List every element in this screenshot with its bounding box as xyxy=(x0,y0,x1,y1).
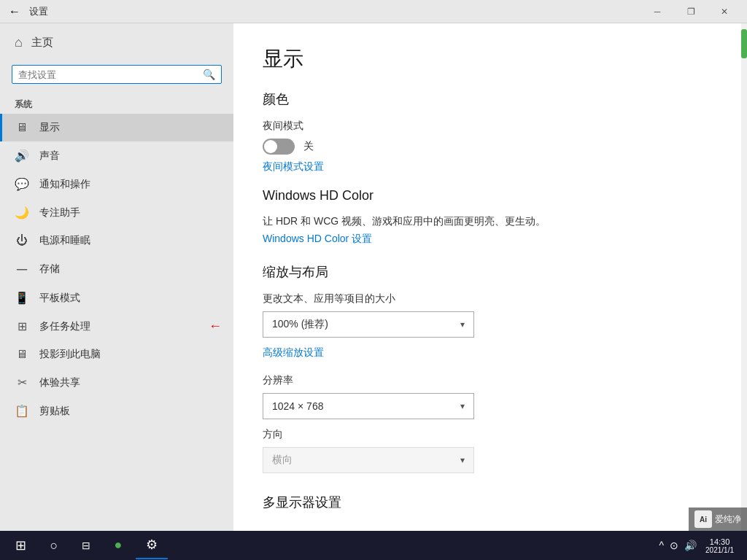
taskbar-app-1[interactable]: ● xyxy=(102,532,134,559)
task-view-icon: ⊟ xyxy=(82,540,90,551)
display-label: 显示 xyxy=(39,121,60,134)
orientation-value: 横向 xyxy=(272,454,293,467)
display-icon: 🖥 xyxy=(15,121,29,134)
hd-color-desc: 让 HDR 和 WCG 视频、游戏和应用中的画面更明亮、更生动。 xyxy=(263,215,718,228)
tray-up-icon[interactable]: ^ xyxy=(657,538,665,553)
focus-label: 专注助手 xyxy=(39,206,80,219)
taskbar: ⊞ ○ ⊟ ● ⚙ ^ ⊙ 🔊 14:30 2021/1/1 xyxy=(0,531,747,560)
sidebar-item-clipboard[interactable]: 📋 剪贴板 xyxy=(0,397,233,425)
sidebar-item-storage[interactable]: ─ 存储 xyxy=(0,254,233,284)
system-tray: ^ ⊙ 🔊 14:30 2021/1/1 xyxy=(651,537,744,554)
sidebar-item-display[interactable]: 🖥 显示 xyxy=(0,114,233,141)
share-icon: ✂ xyxy=(15,376,29,389)
notify-label: 通知和操作 xyxy=(39,178,90,191)
minimize-button[interactable]: ─ xyxy=(640,0,674,23)
power-icon: ⏻ xyxy=(15,234,29,247)
resolution-chevron-icon: ▾ xyxy=(460,401,465,411)
app-container: ⌂ 主页 🔍 系统 🖥 显示 🔊 声音 💬 通知和操作 🌙 专注助手 ⏻ xyxy=(0,23,747,531)
resolution-label: 分辨率 xyxy=(263,374,718,387)
resolution-dropdown[interactable]: 747 × 560 ▾ xyxy=(263,393,474,419)
close-button[interactable]: ✕ xyxy=(708,0,741,23)
scale-dropdown[interactable]: 100% (推荐) ▾ xyxy=(263,311,474,338)
back-button[interactable]: ← xyxy=(6,3,23,20)
sidebar-item-share[interactable]: ✂ 体验共享 xyxy=(0,368,233,397)
scrollbar-thumb[interactable] xyxy=(741,29,747,58)
main-content: 显示 颜色 夜间模式 关 夜间模式设置 Windows HD Color 让 H… xyxy=(233,23,747,531)
storage-label: 存储 xyxy=(39,262,60,276)
windows-icon: ⊞ xyxy=(15,537,26,553)
page-title: 显示 xyxy=(263,45,718,73)
power-label: 电源和睡眠 xyxy=(39,234,90,247)
sidebar-item-focus[interactable]: 🌙 专注助手 xyxy=(0,198,233,227)
project-label: 投影到此电脑 xyxy=(39,348,101,361)
home-icon: ⌂ xyxy=(15,35,23,50)
settings-icon: ⚙ xyxy=(146,537,158,553)
sidebar-item-tablet[interactable]: 📱 平板模式 xyxy=(0,284,233,312)
storage-icon: ─ xyxy=(15,262,29,276)
task-view-button[interactable]: ⊟ xyxy=(70,531,102,560)
titlebar-left: ← 设置 xyxy=(6,3,48,20)
window-controls: ─ ❐ ✕ xyxy=(640,0,741,23)
sound-label: 声音 xyxy=(39,149,60,163)
arrow-indicator: ← xyxy=(209,319,222,334)
scale-label: 更改文本、应用等项目的大小 xyxy=(263,292,718,306)
orientation-dropdown: 横向 ▾ xyxy=(263,447,474,473)
sidebar-home[interactable]: ⌂ 主页 xyxy=(0,23,233,62)
sidebar-item-sound[interactable]: 🔊 声音 xyxy=(0,141,233,170)
restore-button[interactable]: ❐ xyxy=(674,0,708,23)
search-icon: 🔍 xyxy=(203,69,215,80)
multitask-icon: ⊞ xyxy=(15,319,29,333)
notify-icon: 💬 xyxy=(15,177,29,191)
scale-dropdown-wrapper: 100% (推荐) ▾ xyxy=(263,311,718,338)
tray-network-icon[interactable]: ⊙ xyxy=(668,538,680,553)
clipboard-label: 剪贴板 xyxy=(39,405,70,418)
night-mode-toggle[interactable] xyxy=(263,139,295,155)
taskbar-app-settings[interactable]: ⚙ xyxy=(136,532,168,559)
hd-color-section: Windows HD Color 让 HDR 和 WCG 视频、游戏和应用中的画… xyxy=(263,188,718,246)
sound-icon: 🔊 xyxy=(15,149,29,163)
orientation-dropdown-wrapper: 横向 ▾ xyxy=(263,447,718,473)
scale-value: 100% (推荐) xyxy=(272,318,328,331)
sidebar-item-power[interactable]: ⏻ 电源和睡眠 xyxy=(0,227,233,254)
home-label: 主页 xyxy=(31,36,53,50)
start-button[interactable]: ⊞ xyxy=(3,531,38,560)
system-section-label: 系统 xyxy=(0,93,233,114)
tablet-icon: 📱 xyxy=(15,291,29,305)
sidebar-search-box[interactable]: 🔍 xyxy=(12,65,222,84)
multi-display-section-title: 多显示器设置 xyxy=(263,494,718,511)
resolution-value: 747 × 560 xyxy=(272,400,323,412)
orientation-chevron-icon: ▾ xyxy=(460,455,465,465)
sidebar-item-multitask[interactable]: ⊞ 多任务处理 ← xyxy=(0,312,233,341)
watermark-text: 爱纯净 xyxy=(715,513,741,526)
scale-section-title: 缩放与布局 xyxy=(263,263,718,281)
sidebar-item-notify[interactable]: 💬 通知和操作 xyxy=(0,170,233,198)
tray-clock[interactable]: 14:30 2021/1/1 xyxy=(701,537,738,554)
advanced-scale-link[interactable]: 高级缩放设置 xyxy=(263,346,718,359)
tablet-label: 平板模式 xyxy=(39,292,80,305)
color-section-title: 颜色 xyxy=(263,90,718,108)
night-mode-settings-link[interactable]: 夜间模式设置 xyxy=(263,160,718,174)
scale-chevron-icon: ▾ xyxy=(460,319,465,330)
night-mode-label: 夜间模式 xyxy=(263,120,718,133)
night-mode-row: 关 xyxy=(263,139,718,155)
night-mode-state: 关 xyxy=(303,140,314,153)
tray-volume-icon[interactable]: 🔊 xyxy=(683,538,698,553)
search-taskbar-button[interactable]: ○ xyxy=(38,531,70,560)
multitask-label: 多任务处理 xyxy=(39,320,90,333)
scrollbar-track[interactable] xyxy=(741,23,747,531)
watermark-logo: Ai xyxy=(694,510,712,528)
tray-time-display: 14:30 xyxy=(705,537,734,546)
sidebar-item-project[interactable]: 🖥 投影到此电脑 xyxy=(0,341,233,368)
hd-color-settings-link[interactable]: Windows HD Color 设置 xyxy=(263,233,718,246)
project-icon: 🖥 xyxy=(15,348,29,361)
clipboard-icon: 📋 xyxy=(15,404,29,418)
orientation-label: 方向 xyxy=(263,428,718,441)
search-input[interactable] xyxy=(18,69,203,80)
titlebar: ← 设置 ─ ❐ ✕ xyxy=(0,0,747,23)
focus-icon: 🌙 xyxy=(15,206,29,219)
hd-color-title: Windows HD Color xyxy=(263,188,718,203)
share-label: 体验共享 xyxy=(39,376,80,389)
tray-date-display: 2021/1/1 xyxy=(705,546,734,554)
watermark: Ai 爱纯净 xyxy=(689,508,747,531)
app1-icon: ● xyxy=(115,537,123,553)
